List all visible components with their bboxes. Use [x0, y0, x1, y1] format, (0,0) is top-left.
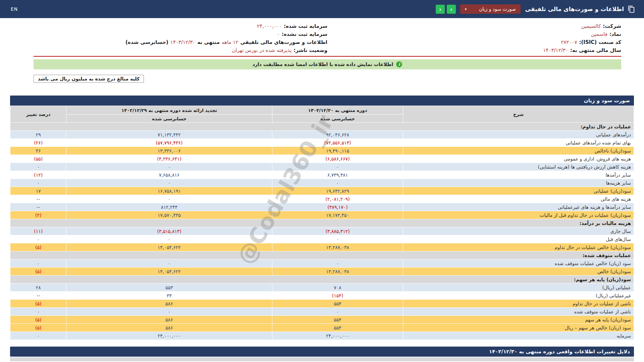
current-value-cell: ۱۹,۴۹۰,۱۱۵	[272, 147, 403, 155]
section-label: سود(زیان) پایه هر سهم:	[10, 276, 634, 284]
topbar-right-group: اطلاعات و صورت‌های مالی تلفیقی صورت سود …	[435, 4, 635, 14]
period-audited-label: (حسابرسی شده)	[125, 39, 168, 45]
restated-value-cell: ۵۸۶	[66, 324, 272, 332]
symbol-label: نماد:	[609, 31, 621, 37]
change-value-cell: (۲۶)	[10, 139, 66, 147]
row-label: هزینه های مالی	[403, 195, 634, 203]
chevron-down-icon: ▾	[465, 7, 467, 11]
nav-back-button[interactable]: ‹	[436, 5, 445, 14]
table-row: سود(زیان) خالص عملیات در حال تداوم۱۳,۲۸۷…	[10, 243, 634, 251]
row-label: سرمایه	[403, 332, 634, 340]
current-value-cell: (۱۵۴)	[272, 292, 403, 300]
change-value-cell: ۰	[10, 179, 66, 187]
chevron-left-icon: ‹	[439, 6, 441, 12]
change-value-cell: (۱۲)	[10, 171, 66, 179]
isic-value: ۲۷۲۰۰۷	[561, 39, 577, 45]
row-label: سود(زیان) عملیاتی	[403, 187, 634, 195]
change-value-cell: --	[10, 292, 66, 300]
row-label: ناشی از عملیات متوقف شده	[403, 308, 634, 316]
current-value-cell: ۵۵۴	[272, 316, 403, 324]
current-value-cell: ۵۵۴	[272, 324, 403, 332]
restated-value-cell: ۱۷,۵۷۰,۴۳۵	[66, 211, 272, 219]
current-value-cell: ۱۳,۲۸۷,۰۳۸	[272, 243, 403, 251]
symbol-value: فاسمین	[591, 31, 607, 37]
change-value-cell: --	[10, 195, 66, 203]
table-row: ناشی از عملیات در حال تداوم۵۵۴۵۸۶(۵)	[10, 300, 634, 308]
change-value-cell: ۲۹	[10, 131, 66, 139]
section-label: عملیات متوقف شده:	[10, 251, 634, 259]
change-value-cell: ۰	[10, 259, 66, 267]
restated-value-cell: ۰	[66, 259, 272, 267]
col-subheader-audited-current: حسابرسی شده	[272, 115, 403, 123]
company-row: شرکت: کالسیمین	[327, 22, 621, 30]
registered-capital-row: سرمایه ثبت شده: ۲۴,۰۰۰,۰۰۰	[34, 22, 327, 30]
table-row: سود(زیان) پایه هر سهم۵۵۴۵۸۶(۵)	[10, 316, 634, 324]
restated-value-cell: ۰	[66, 163, 272, 171]
company-value: کالسیمین	[581, 23, 601, 29]
table-row: سایر درآمدها و هزینه های غیرعملیاتی(۳۸۹,…	[10, 203, 634, 211]
current-value-cell: ۶,۷۳۹,۳۸۱	[272, 171, 403, 179]
registered-capital-label: سرمایه ثبت شده:	[284, 23, 327, 29]
row-label: سود (زیان) خالص عملیات متوقف شده	[403, 259, 634, 267]
current-value-cell: ۰	[272, 259, 403, 267]
row-label: هزینه کاهش ارزش دریافتنی ها (هزینه استثن…	[403, 163, 634, 171]
row-label: هزینه های فروش، اداری و عمومی	[403, 155, 634, 163]
restated-value-cell: ۰	[66, 195, 272, 203]
current-value-cell: ۹۲,۰۴۶,۶۲۸	[272, 131, 403, 139]
nav-forward-button[interactable]: ›	[447, 5, 456, 14]
unregistered-capital-label: سرمایه ثبت نشده:	[282, 31, 327, 37]
table-row: سال جاری(۳,۸۸۵,۴۱۲)(۳,۵۱۵,۸۱۳)(۱۱)	[10, 227, 634, 235]
change-value-cell: ۲۸	[10, 284, 66, 292]
fiscal-year-value: ۱۴۰۳/۱۲/۳۰	[543, 47, 568, 53]
isic-label: کد صنعت (ISIC):	[579, 39, 622, 45]
period-date-value: ۱۴۰۳/۱۲/۳۰	[170, 39, 196, 45]
footer-gray-strip	[10, 357, 634, 361]
row-label: سود(زیان) خالص	[403, 267, 634, 276]
change-value-cell: ۰	[10, 235, 66, 243]
col-header-restated-period: تجدید ارائه شده دوره منتهی به ۱۴۰۲/۱۲/۲۹	[66, 106, 272, 115]
restated-value-cell: ۰	[66, 179, 272, 187]
change-value-cell: ۰	[10, 308, 66, 316]
row-label: سود(زیان) خالص عملیات در حال تداوم	[403, 243, 634, 251]
col-header-desc: شرح	[403, 106, 634, 123]
restated-value-cell: (۵۷,۷۹۶,۴۳۶)	[66, 139, 272, 147]
row-label: سود(زیان) ناخالص	[403, 147, 634, 155]
current-value-cell: (۳۸۹,۱۷۰)	[272, 203, 403, 211]
statement-type-dropdown[interactable]: صورت سود و زیان ▾	[460, 4, 521, 14]
table-row: سود(زیان) خالص۱۳,۲۸۷,۰۳۸۱۴,۰۵۴,۶۲۲(۵)	[10, 267, 634, 276]
publisher-status-row: وضعیت ناشر: پذیرفته شده در بورس تهران	[34, 46, 327, 54]
change-value-cell: (۵)	[10, 300, 66, 308]
section-label: عملیات در حال تداوم:	[10, 123, 634, 131]
col-header-change: درصد تغییر	[10, 106, 66, 123]
period-middle-label: منتهی به	[197, 39, 220, 45]
footer-title-bar: دلایل تغییرات اطلاعات واقعی دوره منتهی ب…	[10, 347, 634, 357]
table-row: سود(زیان) ناخالص۱۹,۴۹۰,۱۱۵۱۳,۳۳۶,۰۰۶۴۶	[10, 147, 634, 155]
company-info-left-column: سرمایه ثبت شده: ۲۴,۰۰۰,۰۰۰ سرمایه ثبت نش…	[34, 22, 327, 54]
change-value-cell: (۵)	[10, 243, 66, 251]
language-link-en[interactable]: EN	[11, 6, 18, 12]
current-value-cell: ۰	[272, 235, 403, 243]
table-row: سایر هزینه‌ها۰۰۰	[10, 179, 634, 187]
table-row: سود(زیان) عملیاتی۱۹,۶۴۲,۸۲۹۱۶,۷۵۸,۱۹۱۱۷	[10, 187, 634, 195]
row-label: سال جاری	[403, 227, 634, 235]
row-label: سود (زیان) خالص هر سهم – ریال	[403, 324, 634, 332]
table-row: سود (زیان) خالص هر سهم – ریال۵۵۴۵۸۶(۵)	[10, 324, 634, 332]
table-row: بهای تمام شده درآمدهای عملیاتی(۷۲,۵۵۶,۵۱…	[10, 139, 634, 147]
section-row: هزینه مالیات بر درآمد:	[10, 219, 634, 227]
restated-value-cell: ۵۸۶	[66, 300, 272, 308]
restated-value-cell: ۲۴,۰۰۰,۰۰۰	[66, 332, 272, 340]
info-icon: i	[396, 61, 402, 67]
fiscal-year-label: سال مالی منتهی به:	[570, 47, 621, 53]
change-value-cell: ۱۷	[10, 187, 66, 195]
section-row: سود(زیان) پایه هر سهم:	[10, 276, 634, 284]
unregistered-capital-value: ۰	[277, 31, 280, 37]
row-label: سایر هزینه‌ها	[403, 179, 634, 187]
pl-table-body: عملیات در حال تداوم:درآمدهای عملیاتی۹۲,۰…	[10, 123, 634, 340]
table-row: هزینه کاهش ارزش دریافتنی ها (هزینه استثن…	[10, 163, 634, 171]
fiscal-year-row: سال مالی منتهی به: ۱۴۰۳/۱۲/۳۰	[327, 46, 621, 54]
current-value-cell: ۲۴,۰۰۰,۰۰۰	[272, 332, 403, 340]
unregistered-capital-row: سرمایه ثبت نشده: ۰	[34, 30, 327, 38]
change-value-cell: (۵۵)	[10, 155, 66, 163]
company-info: شرکت: کالسیمین نماد: فاسمین کد صنعت (ISI…	[34, 22, 621, 57]
current-value-cell: (۳,۸۸۵,۴۱۲)	[272, 227, 403, 235]
